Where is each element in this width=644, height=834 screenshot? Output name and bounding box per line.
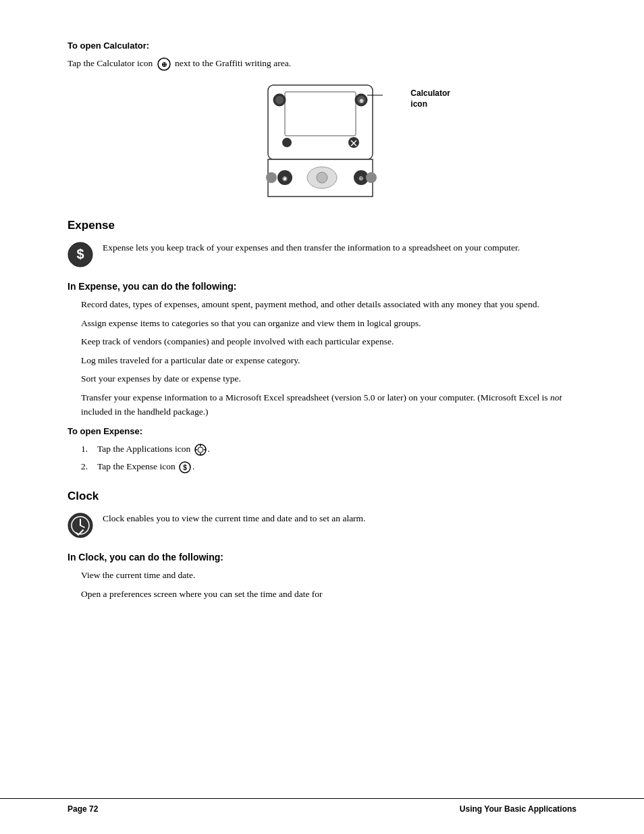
svg-rect-3	[285, 92, 356, 136]
svg-text:$: $	[183, 464, 187, 471]
svg-text:⊕: ⊕	[358, 175, 364, 182]
calculator-icon: ⊕	[157, 57, 171, 71]
svg-text:⊕: ⊕	[359, 98, 364, 104]
clock-icon-row: Clock enables you to view the current ti…	[68, 511, 576, 541]
clock-heading: Clock	[68, 490, 576, 503]
svg-text:⊕: ⊕	[161, 61, 167, 68]
open-calculator-heading: To open Calculator:	[68, 41, 576, 51]
svg-point-9	[282, 138, 292, 147]
open-calculator-body: Tap the Calculator icon ⊕ next to the Gr…	[68, 56, 576, 71]
applications-icon	[194, 444, 207, 456]
expense-icon-row: $ Expense lets you keep track of your ex…	[68, 240, 576, 270]
expense-step-2: 2. Tap the Expense icon $ .	[68, 459, 576, 474]
svg-point-21	[366, 172, 377, 183]
expense-description: Expense lets you keep track of your expe…	[103, 240, 520, 255]
svg-text:◉: ◉	[282, 175, 288, 182]
clock-item-1: View the current time and date.	[81, 568, 576, 583]
clock-item-2: Open a preferences screen where you can …	[81, 587, 576, 602]
svg-point-17	[317, 172, 327, 183]
open-expense-heading: To open Expense:	[68, 426, 576, 436]
footer-page: Page 72	[68, 804, 98, 814]
footer: Page 72 Using Your Basic Applications	[0, 798, 644, 814]
svg-point-5	[275, 96, 284, 104]
expense-item-3: Keep track of vendors (companies) and pe…	[81, 334, 576, 349]
expense-item-6: Transfer your expense information to a M…	[81, 390, 576, 419]
expense-item-1: Record dates, types of expenses, amount …	[81, 297, 576, 312]
svg-text:$: $	[76, 246, 84, 261]
clock-app-icon	[68, 513, 93, 541]
expense-item-2: Assign expense items to categories so th…	[81, 316, 576, 331]
expense-step-1: 1. Tap the Applications icon .	[68, 442, 576, 457]
open-calculator-text: Tap the Calculator icon	[68, 58, 153, 68]
expense-heading: Expense	[68, 219, 576, 232]
open-calculator-suffix: next to the Graffiti writing area.	[175, 58, 291, 68]
svg-point-27	[198, 447, 203, 452]
expense-icon-small: $	[179, 461, 191, 473]
expense-can-do-heading: In Expense, you can do the following:	[68, 281, 576, 292]
expense-app-icon: $	[68, 242, 93, 270]
callout-label: Calculator icon	[410, 88, 450, 109]
expense-item-5: Sort your expenses by date or expense ty…	[81, 371, 576, 386]
clock-can-do-heading: In Clock, you can do the following:	[68, 552, 576, 563]
clock-description: Clock enables you to view the current ti…	[103, 511, 366, 526]
device-diagram: ⊕ ◉ ⊕	[248, 82, 396, 200]
footer-chapter: Using Your Basic Applications	[460, 804, 576, 814]
expense-item-4: Log miles traveled for a particular date…	[81, 353, 576, 368]
device-svg: ⊕ ◉ ⊕	[248, 82, 396, 203]
svg-point-20	[266, 172, 277, 183]
device-image-container: ⊕ ◉ ⊕	[68, 82, 576, 203]
